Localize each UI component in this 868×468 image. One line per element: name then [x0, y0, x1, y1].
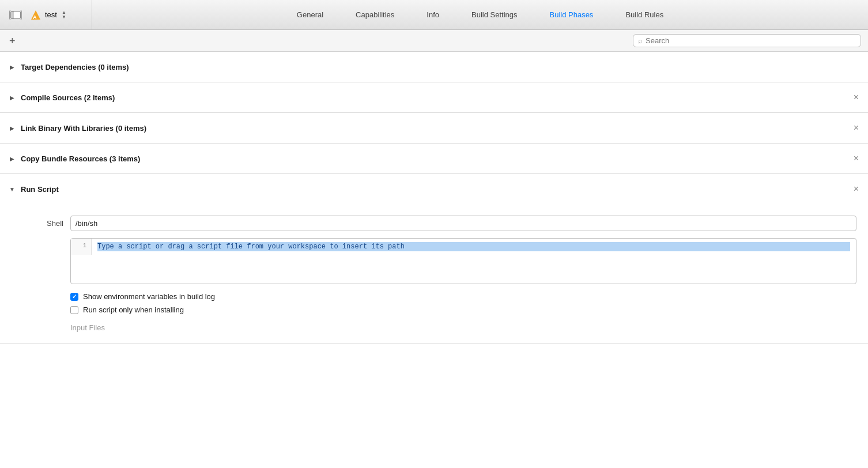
shell-input[interactable]: [70, 216, 856, 231]
triangle-icon-compile-sources: [9, 95, 15, 100]
tab-build-rules[interactable]: Build Rules: [609, 0, 680, 29]
tab-build-settings[interactable]: Build Settings: [455, 0, 534, 29]
line-numbers: 1: [71, 239, 92, 255]
add-phase-button[interactable]: +: [7, 36, 18, 46]
project-selector: A test ▲ ▼: [0, 0, 92, 29]
triangle-icon-run-script: [9, 186, 15, 192]
search-input[interactable]: [646, 36, 856, 45]
section-header-copy-bundle[interactable]: Copy Bundle Resources (3 items) ×: [0, 144, 868, 173]
section-header-link-binary[interactable]: Link Binary With Libraries (0 items) ×: [0, 113, 868, 143]
checkbox-row-run-only-installing: Run script only when installing: [70, 305, 856, 314]
script-editor[interactable]: 1 Type a script or drag a script file fr…: [70, 238, 856, 284]
section-header-compile-sources[interactable]: Compile Sources (2 items) ×: [0, 82, 868, 112]
triangle-icon-link-binary: [9, 125, 15, 131]
xcode-icon: A: [30, 9, 41, 21]
svg-rect-1: [11, 12, 14, 18]
section-header-run-script[interactable]: Run Script ×: [0, 174, 868, 204]
section-compile-sources: Compile Sources (2 items) ×: [0, 82, 868, 113]
main-content: Target Dependencies (0 items) Compile So…: [0, 52, 868, 468]
section-run-script: Run Script × Shell 1 Type a script or dr…: [0, 174, 868, 344]
project-name: test: [45, 10, 57, 19]
checkbox-run-only-installing[interactable]: [70, 306, 78, 314]
tab-info[interactable]: Info: [410, 0, 455, 29]
script-placeholder: Type a script or drag a script file from…: [97, 242, 850, 251]
close-copy-bundle-button[interactable]: ×: [854, 154, 859, 163]
search-box: ⌕: [633, 34, 861, 47]
run-script-content: Shell 1 Type a script or drag a script f…: [0, 204, 868, 344]
sidebar-toggle-button[interactable]: [9, 10, 22, 20]
tab-build-phases[interactable]: Build Phases: [533, 0, 609, 29]
section-header-target-dependencies[interactable]: Target Dependencies (0 items): [0, 52, 868, 82]
section-title-compile-sources: Compile Sources (2 items): [21, 93, 115, 102]
svg-text:A: A: [33, 14, 37, 20]
close-link-binary-button[interactable]: ×: [854, 123, 859, 133]
shell-label: Shell: [35, 219, 63, 228]
checkbox-label-run-only-installing: Run script only when installing: [83, 305, 184, 314]
input-files-label: Input Files: [70, 323, 856, 332]
search-icon: ⌕: [638, 36, 643, 45]
checkbox-row-show-env: Show environment variables in build log: [70, 292, 856, 301]
project-stepper[interactable]: ▲ ▼: [62, 10, 66, 20]
script-content-area[interactable]: Type a script or drag a script file from…: [92, 239, 856, 255]
checkboxes-area: Show environment variables in build log …: [70, 292, 856, 314]
close-compile-sources-button[interactable]: ×: [854, 93, 859, 102]
checkbox-show-env[interactable]: [70, 293, 78, 301]
tab-bar: A test ▲ ▼ General Capabilities Info Bui…: [0, 0, 868, 30]
tab-navigation: General Capabilities Info Build Settings…: [92, 0, 868, 29]
triangle-icon-target-dependencies: [9, 64, 15, 70]
line-number-1: 1: [76, 242, 86, 249]
shell-row: Shell: [35, 216, 856, 231]
section-title-copy-bundle: Copy Bundle Resources (3 items): [21, 154, 140, 163]
section-title-target-dependencies: Target Dependencies (0 items): [21, 63, 129, 71]
section-copy-bundle: Copy Bundle Resources (3 items) ×: [0, 144, 868, 174]
section-link-binary: Link Binary With Libraries (0 items) ×: [0, 113, 868, 144]
triangle-icon-copy-bundle: [9, 156, 15, 161]
section-target-dependencies: Target Dependencies (0 items): [0, 52, 868, 82]
close-run-script-button[interactable]: ×: [854, 184, 859, 194]
section-title-run-script: Run Script: [21, 185, 59, 194]
checkbox-label-show-env: Show environment variables in build log: [83, 292, 215, 301]
tab-capabilities[interactable]: Capabilities: [339, 0, 410, 29]
toolbar-row: + ⌕: [0, 30, 868, 52]
section-title-link-binary: Link Binary With Libraries (0 items): [21, 124, 146, 133]
tab-general[interactable]: General: [281, 0, 339, 29]
